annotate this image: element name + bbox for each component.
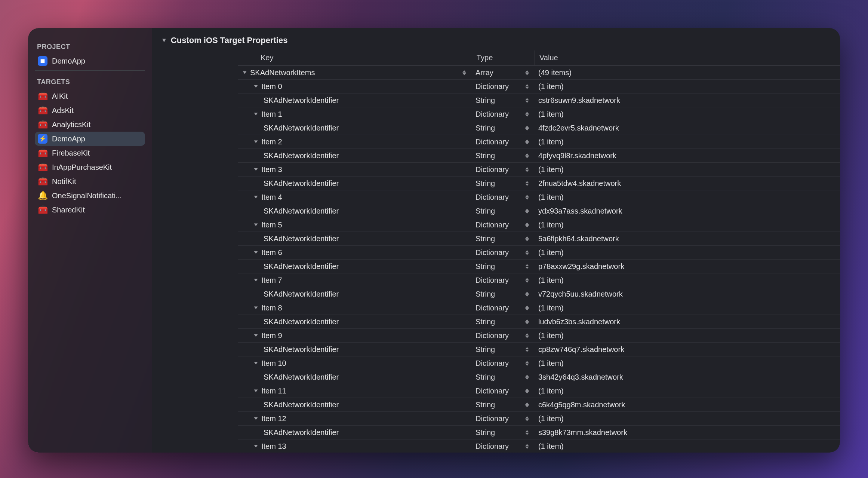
plist-row-child[interactable]: SKAdNetworkIdentifierString3sh42y64q3.sk… — [238, 370, 840, 384]
target-item[interactable]: 🧰AdsKit — [35, 103, 145, 117]
disclosure-triangle-icon[interactable] — [252, 306, 259, 310]
plist-value: (1 item) — [538, 304, 564, 312]
plist-row-child[interactable]: SKAdNetworkIdentifierStringludvb6z3bs.sk… — [238, 315, 840, 329]
target-item[interactable]: 🧰FirebaseKit — [35, 146, 145, 160]
stepper-icon[interactable] — [523, 262, 531, 271]
target-item[interactable]: ⚡DemoApp — [35, 132, 145, 146]
plist-key: Item 12 — [261, 414, 286, 423]
disclosure-triangle-icon[interactable] — [252, 334, 259, 337]
column-header-key[interactable]: Key — [238, 50, 472, 65]
plist-row-child[interactable]: SKAdNetworkIdentifierString4pfyvq9l8r.sk… — [238, 149, 840, 163]
stepper-icon[interactable] — [523, 442, 531, 451]
stepper-icon[interactable] — [523, 234, 531, 243]
disclosure-triangle-icon[interactable] — [252, 85, 259, 88]
plist-row-child[interactable]: SKAdNetworkIdentifierStringcp8zw746q7.sk… — [238, 343, 840, 356]
stepper-icon[interactable] — [523, 206, 531, 215]
plist-type: String — [475, 235, 495, 243]
stepper-icon[interactable] — [523, 165, 531, 174]
disclosure-triangle-icon[interactable] — [252, 389, 259, 393]
disclosure-triangle-icon[interactable] — [252, 168, 259, 171]
properties-section-header[interactable]: ▼ Custom iOS Target Properties — [152, 28, 840, 50]
plist-row-item[interactable]: Item 1Dictionary(1 item) — [238, 107, 840, 121]
plist-row-item[interactable]: Item 6Dictionary(1 item) — [238, 246, 840, 260]
target-item-label: AdsKit — [52, 106, 74, 115]
plist-row-child[interactable]: SKAdNetworkIdentifierStringc6k4g5qg8m.sk… — [238, 398, 840, 412]
target-item[interactable]: 🧰InAppPurchaseKit — [35, 160, 145, 174]
stepper-icon[interactable] — [523, 110, 531, 119]
stepper-icon[interactable] — [523, 82, 531, 91]
disclosure-triangle-icon[interactable] — [252, 278, 259, 282]
stepper-icon[interactable] — [523, 137, 531, 146]
plist-row-child[interactable]: SKAdNetworkIdentifierString4fzdc2evr5.sk… — [238, 121, 840, 135]
disclosure-triangle-icon[interactable] — [252, 112, 259, 116]
target-item[interactable]: 🧰SharedKit — [35, 203, 145, 217]
stepper-icon[interactable] — [523, 303, 531, 312]
target-item[interactable]: 🧰AIKit — [35, 89, 145, 103]
stepper-icon[interactable] — [523, 289, 531, 298]
plist-row-child[interactable]: SKAdNetworkIdentifierStrings39g8k73mm.sk… — [238, 426, 840, 439]
disclosure-triangle-icon[interactable] — [252, 223, 259, 227]
stepper-icon[interactable] — [523, 68, 531, 77]
target-item[interactable]: 🔔OneSignalNotificati... — [35, 189, 145, 203]
plist-row-item[interactable]: Item 5Dictionary(1 item) — [238, 218, 840, 232]
stepper-icon[interactable] — [523, 317, 531, 326]
plist-type: Array — [475, 68, 493, 77]
plist-row-child[interactable]: SKAdNetworkIdentifierStringp78axxw29g.sk… — [238, 260, 840, 273]
plist-key: SKAdNetworkIdentifier — [264, 290, 339, 298]
plist-row-item[interactable]: Item 2Dictionary(1 item) — [238, 135, 840, 149]
plist-row-item[interactable]: Item 4Dictionary(1 item) — [238, 190, 840, 204]
stepper-icon[interactable] — [523, 386, 531, 395]
stepper-icon[interactable] — [523, 414, 531, 423]
disclosure-triangle-icon[interactable] — [252, 417, 259, 420]
plist-row-item[interactable]: Item 3Dictionary(1 item) — [238, 163, 840, 177]
plist-key: Item 5 — [261, 221, 282, 229]
stepper-icon[interactable] — [523, 428, 531, 437]
disclosure-triangle-icon[interactable] — [252, 140, 259, 144]
plist-row-child[interactable]: SKAdNetworkIdentifierStringcstr6suwn9.sk… — [238, 94, 840, 107]
plist-row-item[interactable]: Item 7Dictionary(1 item) — [238, 273, 840, 287]
plist-type: Dictionary — [475, 304, 509, 312]
project-item-demoapp[interactable]: DemoApp — [35, 54, 145, 68]
plist-value: (1 item) — [538, 193, 564, 202]
stepper-icon[interactable] — [523, 373, 531, 382]
stepper-icon[interactable] — [523, 179, 531, 188]
plist-type: String — [475, 318, 495, 326]
plist-type: String — [475, 428, 495, 437]
stepper-icon[interactable] — [523, 345, 531, 354]
disclosure-triangle-icon[interactable] — [252, 444, 259, 448]
disclosure-triangle-icon[interactable] — [241, 71, 248, 74]
plist-row-item[interactable]: Item 8Dictionary(1 item) — [238, 301, 840, 315]
plist-row-child[interactable]: SKAdNetworkIdentifierString2fnua5tdw4.sk… — [238, 177, 840, 190]
stepper-icon[interactable] — [523, 96, 531, 105]
column-header-value[interactable]: Value — [535, 50, 840, 65]
disclosure-triangle-icon[interactable] — [252, 361, 259, 365]
stepper-icon[interactable] — [523, 123, 531, 132]
target-item[interactable]: 🧰NotifKit — [35, 174, 145, 189]
stepper-icon[interactable] — [523, 220, 531, 229]
column-header-type[interactable]: Type — [472, 50, 535, 65]
stepper-icon[interactable] — [523, 193, 531, 202]
plist-row-child[interactable]: SKAdNetworkIdentifierStringv72qych5uu.sk… — [238, 287, 840, 301]
stepper-icon[interactable] — [523, 151, 531, 160]
target-item[interactable]: 🧰AnalyticsKit — [35, 117, 145, 132]
plist-row-item[interactable]: Item 11Dictionary(1 item) — [238, 384, 840, 398]
plist-row-item[interactable]: Item 10Dictionary(1 item) — [238, 356, 840, 370]
stepper-icon[interactable] — [523, 400, 531, 409]
stepper-icon[interactable] — [523, 359, 531, 368]
stepper-icon[interactable] — [523, 248, 531, 257]
target-item-label: NotifKit — [52, 177, 76, 186]
stepper-icon[interactable] — [523, 276, 531, 285]
plist-rows: SKAdNetworkItems Array (49 items) Item 0… — [238, 65, 840, 453]
plist-row-item[interactable]: Item 9Dictionary(1 item) — [238, 329, 840, 343]
plist-row-item[interactable]: Item 12Dictionary(1 item) — [238, 412, 840, 426]
plist-row-root[interactable]: SKAdNetworkItems Array (49 items) — [238, 66, 840, 80]
plist-row-child[interactable]: SKAdNetworkIdentifierStringydx93a7ass.sk… — [238, 204, 840, 218]
plist-row-child[interactable]: SKAdNetworkIdentifierString5a6flpkh64.sk… — [238, 232, 840, 246]
disclosure-triangle-icon[interactable] — [252, 251, 259, 254]
stepper-icon[interactable] — [461, 68, 468, 77]
plist-row-item[interactable]: Item 13Dictionary(1 item) — [238, 439, 840, 453]
plist-key: Item 4 — [261, 193, 282, 202]
stepper-icon[interactable] — [523, 331, 531, 340]
disclosure-triangle-icon[interactable] — [252, 195, 259, 199]
plist-row-item[interactable]: Item 0Dictionary(1 item) — [238, 80, 840, 94]
